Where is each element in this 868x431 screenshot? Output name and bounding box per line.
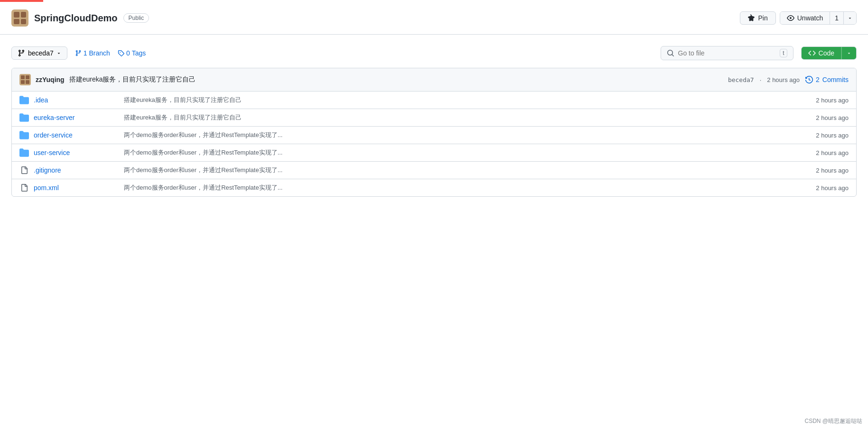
branch-name: beceda7 — [28, 49, 54, 57]
unwatch-button-group: Unwatch 1 — [780, 11, 857, 25]
chevron-down-code-icon — [847, 51, 851, 55]
commit-author-avatar — [19, 74, 31, 85]
tag-count: 0 — [126, 49, 130, 57]
file-commit-message: 两个demo服务order和user，并通过RestTemplate实现了... — [124, 166, 796, 174]
header-actions: Pin Unwatch 1 — [740, 11, 857, 25]
history-icon — [805, 76, 813, 83]
eye-icon — [787, 14, 794, 22]
chevron-down-small-icon — [56, 51, 61, 55]
search-shortcut: t — [780, 49, 787, 57]
commits-count: 2 — [816, 76, 820, 83]
chevron-down-icon — [848, 16, 852, 20]
branch-count: 1 — [84, 49, 87, 57]
table-row: order-service 两个demo服务order和user，并通过Rest… — [12, 127, 856, 144]
search-icon — [667, 49, 674, 57]
commit-separator: · — [760, 76, 762, 83]
file-commit-message: 两个demo服务order和user，并通过RestTemplate实现了... — [124, 148, 796, 157]
unwatch-count[interactable]: 1 — [830, 12, 844, 24]
file-time: 2 hours ago — [801, 167, 849, 174]
branches-link[interactable]: 1 Branch — [75, 49, 110, 57]
file-commit-message: 搭建eureka服务，目前只实现了注册它自己 — [124, 96, 796, 104]
commit-time-value: 2 hours ago — [767, 76, 800, 83]
folder-icon — [19, 130, 29, 140]
code-main-button[interactable]: Code — [802, 47, 841, 59]
commit-time: 2 hours ago — [767, 76, 800, 83]
folder-icon — [19, 148, 29, 157]
branch-meta: 1 Branch 0 Tags — [75, 49, 146, 57]
folder-icon — [19, 95, 29, 105]
tag-icon — [118, 50, 124, 56]
file-time: 2 hours ago — [801, 184, 849, 192]
code-label: Code — [819, 49, 834, 57]
page-header: SpringCloudDemo Public Pin Unwatch 1 — [0, 2, 868, 35]
tag-label: Tags — [132, 49, 146, 57]
file-icon — [19, 183, 29, 193]
file-time: 2 hours ago — [801, 114, 849, 121]
pin-icon — [748, 14, 756, 22]
file-name[interactable]: .gitignore — [34, 166, 119, 174]
file-time: 2 hours ago — [801, 132, 849, 139]
code-button-group: Code — [801, 46, 857, 60]
visibility-badge: Public — [123, 13, 149, 23]
file-commit-message: 两个demo服务order和user，并通过RestTemplate实现了... — [124, 131, 796, 139]
code-dropdown-button[interactable] — [841, 47, 856, 59]
git-branch-icon — [18, 49, 25, 57]
table-row: eureka-server 搭建eureka服务，目前只实现了注册它自己 2 h… — [12, 109, 856, 127]
unwatch-label: Unwatch — [797, 14, 823, 22]
table-row: user-service 两个demo服务order和user，并通过RestT… — [12, 144, 856, 162]
unwatch-main-button[interactable]: Unwatch — [780, 12, 830, 24]
file-time: 2 hours ago — [801, 97, 849, 104]
commit-meta: beceda7 · 2 hours ago 2 Commits — [728, 76, 849, 83]
file-name[interactable]: order-service — [34, 131, 119, 139]
branch-label: Branch — [89, 49, 110, 57]
table-row: .idea 搭建eureka服务，目前只实现了注册它自己 2 hours ago — [12, 92, 856, 109]
unwatch-dropdown-button[interactable] — [844, 12, 856, 24]
search-input[interactable] — [678, 49, 776, 57]
code-icon — [808, 49, 816, 57]
file-name[interactable]: user-service — [34, 149, 119, 156]
file-time: 2 hours ago — [801, 149, 849, 156]
file-commit-message: 搭建eureka服务，目前只实现了注册它自己 — [124, 113, 796, 122]
table-row: pom.xml 两个demo服务order和user，并通过RestTempla… — [12, 179, 856, 196]
repo-name: SpringCloudDemo — [34, 13, 118, 24]
commit-hash: beceda7 — [728, 76, 754, 83]
commits-label: Commits — [822, 76, 849, 83]
commit-author-name[interactable]: zzYuqing — [36, 76, 65, 83]
commit-message[interactable]: 搭建eureka服务，目前只实现了注册它自己 — [69, 75, 196, 84]
table-row: .gitignore 两个demo服务order和user，并通过RestTem… — [12, 162, 856, 179]
folder-icon — [19, 113, 29, 122]
file-name[interactable]: eureka-server — [34, 114, 119, 121]
file-search-box: t — [661, 46, 793, 60]
tags-link[interactable]: 0 Tags — [118, 49, 146, 57]
latest-commit-row: zzYuqing 搭建eureka服务，目前只实现了注册它自己 beceda7 … — [12, 68, 856, 92]
file-icon — [19, 165, 29, 175]
file-name[interactable]: .idea — [34, 96, 119, 104]
repo-avatar — [11, 9, 28, 27]
file-commit-message: 两个demo服务order和user，并通过RestTemplate实现了... — [124, 183, 796, 192]
pin-label: Pin — [758, 14, 768, 22]
main-content: beceda7 1 Branch 0 Tags — [0, 35, 868, 197]
file-name[interactable]: pom.xml — [34, 184, 119, 192]
file-table: zzYuqing 搭建eureka服务，目前只实现了注册它自己 beceda7 … — [11, 68, 857, 197]
branch-selector-button[interactable]: beceda7 — [11, 46, 67, 60]
repo-toolbar: beceda7 1 Branch 0 Tags — [11, 46, 857, 60]
commits-link[interactable]: 2 Commits — [805, 76, 849, 83]
file-rows-container: .idea 搭建eureka服务，目前只实现了注册它自己 2 hours ago… — [12, 92, 856, 196]
pin-button[interactable]: Pin — [740, 11, 776, 25]
branches-icon — [75, 50, 82, 56]
